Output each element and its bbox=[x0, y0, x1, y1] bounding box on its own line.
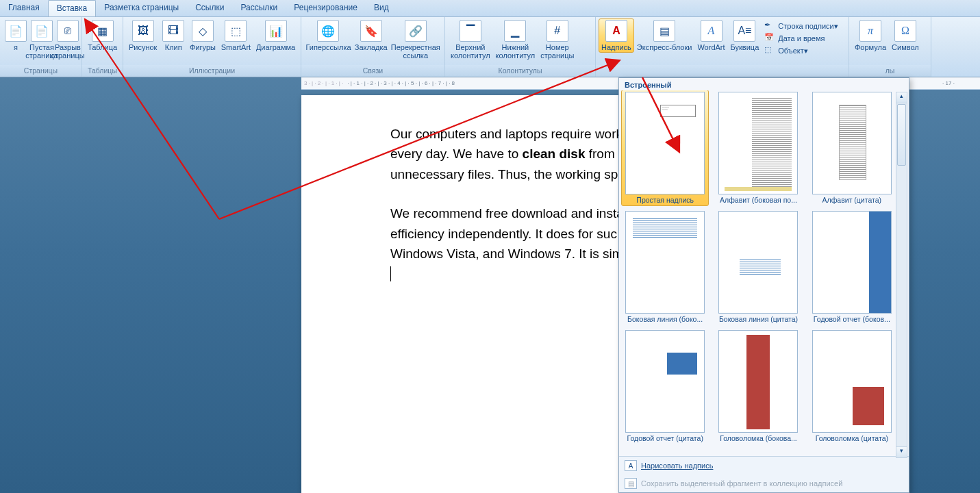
gallery-item-sideline-quote[interactable]: Боковая линия (цитата) bbox=[716, 211, 800, 323]
equation-button[interactable]: πФормула bbox=[852, 18, 889, 53]
tab-review[interactable]: Рецензирование bbox=[286, 0, 366, 16]
gallery-grid: ━━━━━━━━━ Простая надпись Алфавит (боков… bbox=[619, 90, 909, 456]
group-label-links: Связи bbox=[301, 65, 444, 77]
chart-button[interactable]: 📊Диаграмма bbox=[253, 18, 298, 53]
tab-view[interactable]: Вид bbox=[366, 0, 397, 16]
group-label-pages: Страницы bbox=[0, 65, 81, 77]
gallery-item-puzzle-sidebar[interactable]: Головоломка (бокова... bbox=[716, 330, 800, 442]
group-label-tables: Таблицы bbox=[82, 65, 123, 77]
gallery-scrollbar[interactable]: ▴ ▾ bbox=[896, 92, 907, 458]
picture-button[interactable]: 🖼Рисунок bbox=[126, 18, 160, 53]
text-cursor bbox=[390, 266, 391, 281]
gallery-item-puzzle-quote[interactable]: Головоломка (цитата) bbox=[810, 330, 894, 442]
wordart-button[interactable]: AWordArt bbox=[694, 18, 727, 53]
shapes-button[interactable]: ◇Фигуры bbox=[187, 18, 218, 53]
textbox-button[interactable]: AНадпись bbox=[599, 18, 634, 53]
textbox-gallery-dropdown: Встроенный ━━━━━━━━━ Простая надпись Алф… bbox=[618, 77, 909, 493]
scroll-up-button[interactable]: ▴ bbox=[896, 92, 907, 103]
signature-line-button[interactable]: ✒Строка подписи ▾ bbox=[764, 20, 838, 32]
footer-button[interactable]: ▁Нижний колонтитул bbox=[493, 18, 538, 61]
scroll-thumb[interactable] bbox=[897, 104, 906, 166]
gallery-item-alphabet-sidebar[interactable]: Алфавит (боковая по... bbox=[716, 92, 800, 204]
ribbon: 📄я 📄Пустая страница ⎚Разрыв страницы Стр… bbox=[0, 17, 980, 77]
document-area: 3 · | · 2 · | · 1 · | · · | · 1 · | · 2 … bbox=[0, 77, 980, 493]
clip-button[interactable]: 🎞Клип bbox=[160, 18, 187, 53]
tab-references[interactable]: Ссылки bbox=[187, 0, 232, 16]
gallery-item-simple-textbox[interactable]: ━━━━━━━━━ Простая надпись bbox=[621, 90, 709, 206]
tab-mailings[interactable]: Рассылки bbox=[232, 0, 286, 16]
gallery-item-sideline-sidebar[interactable]: Боковая линия (боко... bbox=[623, 211, 707, 323]
table-button[interactable]: ▦Таблица bbox=[85, 18, 120, 53]
gallery-footer: AНарисовать надпись ▤Сохранить выделенны… bbox=[619, 456, 909, 492]
scroll-down-button[interactable]: ▾ bbox=[896, 446, 907, 457]
symbol-button[interactable]: ΩСимвол bbox=[889, 18, 922, 53]
gallery-item-annual-report-quote[interactable]: Годовой отчет (цитата) bbox=[623, 330, 707, 442]
horizontal-ruler-right: · 17 · bbox=[928, 77, 969, 90]
bookmark-button[interactable]: 🔖Закладка bbox=[353, 18, 390, 53]
save-selection-icon: ▤ bbox=[625, 478, 637, 489]
tab-page-layout[interactable]: Разметка страницы bbox=[96, 0, 187, 16]
gallery-section-header: Встроенный bbox=[619, 78, 909, 90]
gallery-item-annual-report-sidebar[interactable]: Годовой отчет (боков... bbox=[810, 211, 894, 323]
group-label-headers: Колонтитулы bbox=[445, 65, 595, 77]
crossref-button[interactable]: 🔗Перекрестная ссылка bbox=[389, 18, 442, 61]
save-to-gallery-menuitem: ▤Сохранить выделенный фрагмент в коллекц… bbox=[619, 475, 909, 492]
date-time-button[interactable]: 📅Дата и время bbox=[764, 32, 838, 45]
group-label-text bbox=[596, 65, 849, 77]
quick-parts-button[interactable]: ▤Экспресс-блоки bbox=[634, 18, 695, 53]
page-break-button[interactable]: ⎚Разрыв страницы bbox=[55, 18, 81, 61]
group-label-symbols: лы bbox=[849, 65, 931, 77]
textbox-draw-icon: A bbox=[625, 460, 637, 471]
group-label-illustrations: Иллюстрации bbox=[123, 65, 301, 77]
object-button[interactable]: ⬚Объект ▾ bbox=[764, 45, 838, 57]
draw-textbox-menuitem[interactable]: AНарисовать надпись bbox=[619, 457, 909, 475]
tab-insert[interactable]: Вставка bbox=[48, 0, 97, 16]
tab-home[interactable]: Главная bbox=[0, 0, 48, 16]
dropcap-button[interactable]: A≡Буквица bbox=[728, 18, 762, 53]
hyperlink-button[interactable]: 🌐Гиперссылка bbox=[304, 18, 353, 53]
page-number-button[interactable]: #Номер страницы bbox=[538, 18, 577, 61]
gallery-item-alphabet-quote[interactable]: Алфавит (цитата) bbox=[810, 92, 894, 204]
header-button[interactable]: ▔Верхний колонтитул bbox=[448, 18, 493, 61]
cover-page-button[interactable]: 📄я bbox=[3, 18, 29, 53]
smartart-button[interactable]: ⬚SmartArt bbox=[218, 18, 253, 53]
ribbon-tabs: Главная Вставка Разметка страницы Ссылки… bbox=[0, 0, 980, 17]
